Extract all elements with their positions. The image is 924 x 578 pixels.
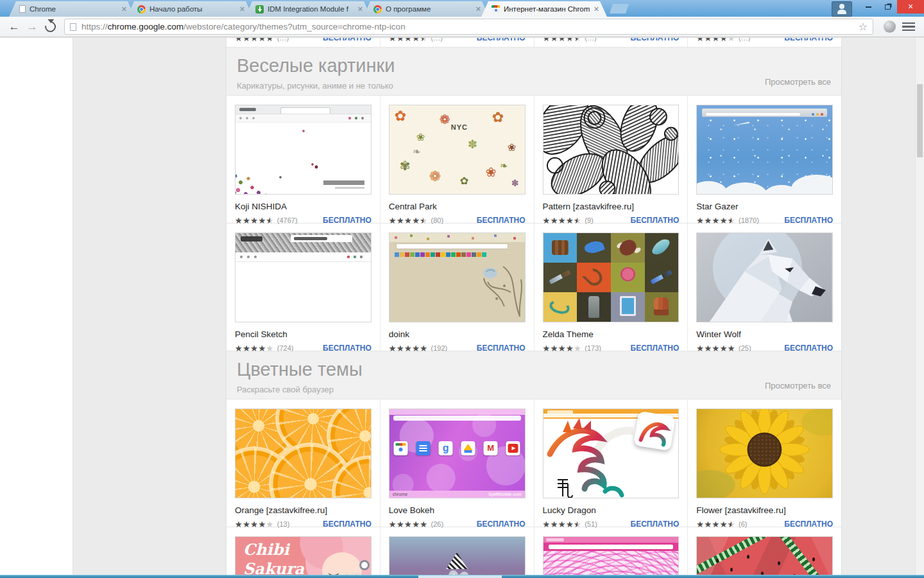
tab-close-icon[interactable]: ✕ <box>475 5 481 13</box>
theme-card[interactable]: Pattern [zastavkifree.ru] ★★★★★★★★★★ (9)… <box>535 96 689 223</box>
hamburger-menu-icon[interactable] <box>902 22 915 31</box>
theme-card[interactable]: Winter Wolf ★★★★★★★★★★ (25) БЕСПЛАТНО <box>688 223 841 351</box>
minimize-button[interactable] <box>859 0 878 13</box>
theme-title[interactable]: Love Bokeh <box>389 505 526 515</box>
theme-card[interactable]: Star Gazer ★★★★★★★★★★ (1870) БЕСПЛАТНО <box>688 96 841 223</box>
url-host: chrome.google.com <box>108 22 184 31</box>
tab-webstore-active[interactable]: Интернет-магазин Chrom ✕ <box>481 1 607 17</box>
art-shape <box>543 551 679 576</box>
flower-glyph: ❀ <box>486 166 497 179</box>
theme-card[interactable]: Koji NISHIDA ★★★★★★★★★★ (4767) БЕСПЛАТНО <box>227 96 381 223</box>
close-button[interactable] <box>897 0 924 13</box>
section-title: Веселые картинки <box>237 55 831 76</box>
theme-card-partial[interactable] <box>535 527 689 576</box>
gmail-icon <box>484 441 498 455</box>
webstore-icon <box>492 5 500 13</box>
theme-title[interactable]: Pattern [zastavkifree.ru] <box>543 202 680 211</box>
scrollbar-thumb[interactable] <box>917 84 923 157</box>
dragon-badge <box>633 411 676 451</box>
theme-card[interactable]: Flower [zastavkifree.ru] ★★★★★★★★★★ (6) … <box>688 399 841 527</box>
tab-chrome[interactable]: Chrome ✕ <box>9 1 135 17</box>
theme-thumbnail[interactable] <box>696 536 833 576</box>
new-tab-button[interactable] <box>610 4 629 13</box>
see-all-link[interactable]: Просмотреть все <box>765 381 831 390</box>
theme-title[interactable]: Zelda Theme <box>543 329 680 339</box>
reload-button[interactable] <box>42 19 58 35</box>
theme-title[interactable]: Star Gazer <box>696 202 833 211</box>
theme-thumbnail[interactable]: Chibi Sakura <box>235 536 372 576</box>
theme-card-partial[interactable]: ★★★★★★★★★★ (…) БЕСПЛАТНО <box>227 38 381 47</box>
theme-thumbnail[interactable] <box>543 232 680 322</box>
theme-card[interactable]: Pencil Sketch ★★★★★★★★★★ (724) БЕСПЛАТНО <box>227 223 381 351</box>
bookmark-star-icon[interactable]: ☆ <box>859 22 868 32</box>
theme-card[interactable]: ✿ ❀ ❁ ✽ ✿ ❀ ✾ ❁ ✿ ❀ ✽ ❧ ❧ NYC <box>381 96 535 223</box>
theme-card[interactable]: Zelda Theme ★★★★★★★★★★ (173) БЕСПЛАТНО <box>535 223 689 351</box>
scrollbar[interactable] <box>915 38 924 575</box>
theme-thumbnail[interactable] <box>543 536 680 576</box>
theme-card-partial[interactable]: SA <box>381 527 535 576</box>
art-shape <box>291 235 352 242</box>
free-price-label: БЕСПЛАТНО <box>477 38 526 42</box>
see-all-link[interactable]: Просмотреть все <box>765 77 831 87</box>
star-rating: ★★★★★★★★★★ <box>235 38 274 42</box>
chrome-icon <box>373 5 382 13</box>
back-button[interactable]: ← <box>6 19 22 35</box>
flower-glyph: ✿ <box>395 109 406 123</box>
free-price-label: БЕСПЛАТНО <box>631 38 680 42</box>
extension-globe-icon[interactable] <box>884 21 896 33</box>
theme-thumbnail[interactable] <box>389 232 526 322</box>
theme-card[interactable]: Lucky Dragon ★★★★★★★★★★ (51) БЕСПЛАТНО <box>535 399 689 527</box>
theme-thumbnail[interactable] <box>235 408 372 498</box>
tab-close-icon[interactable]: ✕ <box>594 5 599 13</box>
profile-icon[interactable] <box>832 1 852 17</box>
theme-title[interactable]: doink <box>389 329 526 339</box>
art-shape <box>543 543 679 551</box>
theme-title[interactable]: Lucky Dragon <box>543 505 680 515</box>
theme-thumbnail[interactable]: chrome SpliffMobile.com <box>389 408 526 498</box>
theme-thumbnail[interactable] <box>696 408 833 498</box>
page-security-icon[interactable] <box>70 23 76 31</box>
theme-title[interactable]: Central Park <box>389 202 526 211</box>
theme-card[interactable]: doink ★★★★★★★★★★ (192) БЕСПЛАТНО <box>381 223 535 351</box>
address-bar[interactable]: https://chrome.google.com/webstore/categ… <box>64 19 873 35</box>
theme-card[interactable]: chrome SpliffMobile.com Love Bokeh ★★★★★… <box>381 399 535 527</box>
tab-getting-started[interactable]: Начало работы ✕ <box>127 1 253 17</box>
tab-close-icon[interactable]: ✕ <box>239 5 245 13</box>
tab-idm-module[interactable]: IDM Integration Module f ✕ <box>245 1 371 17</box>
previous-row-clipped: ★★★★★★★★★★ (…) БЕСПЛАТНО ★★★★★★★★★★ (…) … <box>227 38 841 48</box>
art-text-sakura: Sakura <box>243 561 304 576</box>
tab-close-icon[interactable]: ✕ <box>357 5 363 13</box>
theme-card-partial[interactable]: ★★★★★★★★★★ (…) БЕСПЛАТНО <box>688 38 841 47</box>
theme-title[interactable]: Winter Wolf <box>696 329 833 339</box>
theme-card-partial[interactable] <box>688 527 841 576</box>
theme-thumbnail[interactable] <box>696 232 833 322</box>
tab-close-icon[interactable]: ✕ <box>121 5 127 13</box>
zelda-tile <box>645 263 679 292</box>
theme-title[interactable]: Flower [zastavkifree.ru] <box>696 505 833 515</box>
theme-card-partial[interactable]: ★★★★★★★★★★ (…) БЕСПЛАТНО <box>381 38 535 47</box>
flower-glyph: ✽ <box>511 179 519 188</box>
theme-card[interactable]: Orange [zastavkifree.ru] ★★★★★★★★★★ (13)… <box>227 399 381 527</box>
theme-thumbnail[interactable]: SA <box>389 536 526 576</box>
theme-thumbnail[interactable] <box>543 408 680 498</box>
theme-card-partial[interactable]: ★★★★★★★★★★ (…) БЕСПЛАТНО <box>535 38 689 47</box>
theme-thumbnail[interactable] <box>543 105 680 195</box>
theme-thumbnail[interactable]: ✿ ❀ ❁ ✽ ✿ ❀ ✾ ❁ ✿ ❀ ✽ ❧ ❧ NYC <box>389 105 526 195</box>
forward-button[interactable]: → <box>24 19 40 35</box>
url-path: /webstore/category/themes?utm_source=chr… <box>184 22 406 31</box>
taskbar-edge <box>0 575 924 578</box>
theme-title[interactable]: Pencil Sketch <box>235 329 372 339</box>
theme-title[interactable]: Koji NISHIDA <box>235 202 372 211</box>
theme-thumbnail[interactable] <box>696 105 833 195</box>
theme-card-partial[interactable]: Chibi Sakura <box>227 527 381 576</box>
flower-glyph: ❀ <box>416 132 425 143</box>
zelda-tile <box>543 233 578 263</box>
theme-title[interactable]: Orange [zastavkifree.ru] <box>235 505 372 515</box>
tab-about[interactable]: О программе ✕ <box>363 1 489 17</box>
star-rating: ★★★★★★★★★★ <box>696 216 735 225</box>
theme-thumbnail[interactable] <box>235 105 372 195</box>
art-text-chrome: chrome <box>393 492 407 496</box>
restore-button[interactable] <box>878 0 897 13</box>
theme-thumbnail[interactable] <box>235 232 372 322</box>
url-text: https://chrome.google.com/webstore/categ… <box>81 22 859 31</box>
